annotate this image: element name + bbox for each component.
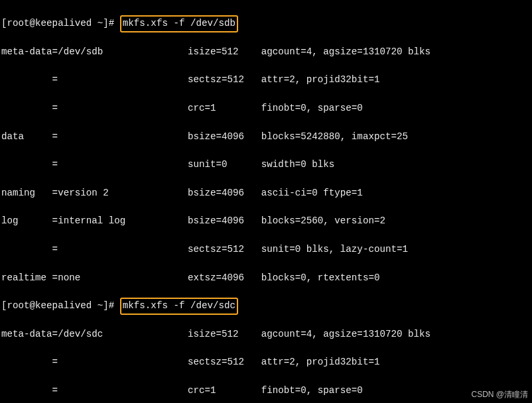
output-line: = sunit=0 swidth=0 blks <box>1 158 531 172</box>
output-line: log =internal log bsize=4096 blocks=2560… <box>1 214 531 228</box>
shell-prompt: [root@keepalived ~]# <box>1 18 120 29</box>
output-line: meta-data=/dev/sdc isize=512 agcount=4, … <box>1 327 531 341</box>
command-highlight: mkfs.xfs -f /dev/sdc <box>120 298 238 314</box>
output-line: = crc=1 finobt=0, sparse=0 <box>1 384 531 398</box>
output-line: naming =version 2 bsize=4096 ascii-ci=0 … <box>1 186 531 200</box>
output-line: data = bsize=4096 blocks=5242880, imaxpc… <box>1 130 531 144</box>
output-line: = sectsz=512 attr=2, projid32bit=1 <box>1 355 531 369</box>
output-line: meta-data=/dev/sdb isize=512 agcount=4, … <box>1 45 531 59</box>
output-line: = sectsz=512 attr=2, projid32bit=1 <box>1 73 531 87</box>
prompt-line: [root@keepalived ~]# mkfs.xfs -f /dev/sd… <box>1 299 531 313</box>
output-line: = sectsz=512 sunit=0 blks, lazy-count=1 <box>1 243 531 257</box>
command-highlight: mkfs.xfs -f /dev/sdb <box>120 15 238 32</box>
terminal-window[interactable]: [root@keepalived ~]# mkfs.xfs -f /dev/sd… <box>0 0 532 403</box>
output-line: = crc=1 finobt=0, sparse=0 <box>1 101 531 115</box>
output-line: realtime =none extsz=4096 blocks=0, rtex… <box>1 271 531 285</box>
prompt-line: [root@keepalived ~]# mkfs.xfs -f /dev/sd… <box>1 17 531 30</box>
shell-prompt: [root@keepalived ~]# <box>1 300 120 311</box>
watermark: CSDN @清瞳清 <box>471 388 528 400</box>
